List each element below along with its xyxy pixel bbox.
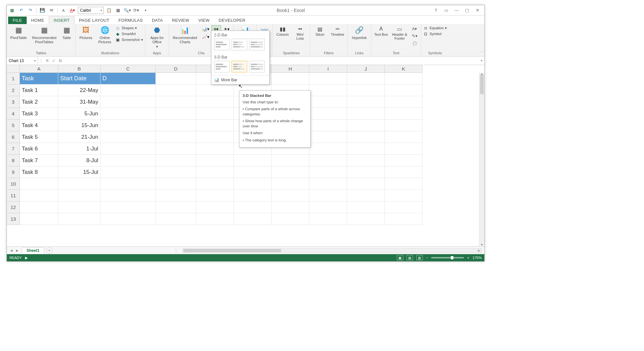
- recommended-charts-button[interactable]: 📊Recommended Charts: [171, 25, 199, 44]
- cell-K12[interactable]: [385, 202, 423, 213]
- cell-A13[interactable]: [20, 213, 58, 225]
- fx-icon[interactable]: fx: [57, 58, 64, 63]
- refresh-icon[interactable]: ⟳▾: [132, 6, 140, 14]
- row-header-4[interactable]: 4: [7, 108, 20, 120]
- cell-I12[interactable]: [309, 202, 347, 213]
- sheet-nav-prev-icon[interactable]: ◄: [9, 248, 13, 253]
- cell-F5[interactable]: [196, 120, 234, 131]
- row-headers[interactable]: 12345678910111213: [7, 73, 20, 246]
- cell-D5[interactable]: [156, 120, 196, 131]
- tab-file[interactable]: FILE: [8, 17, 27, 24]
- cell-A3[interactable]: Task 2: [20, 96, 58, 108]
- timeline-button[interactable]: ═Timeline: [330, 25, 345, 36]
- symbol-button[interactable]: ΩSymbol: [423, 31, 447, 36]
- cell-C12[interactable]: [101, 202, 156, 213]
- cell-D1[interactable]: [156, 73, 196, 84]
- cell-K1[interactable]: [385, 73, 423, 84]
- cell-D3[interactable]: [156, 96, 196, 108]
- cell-D6[interactable]: [156, 131, 196, 143]
- cell-D2[interactable]: [156, 84, 196, 96]
- wordart-icon[interactable]: A▾: [410, 25, 419, 32]
- name-box[interactable]: Chart 13: [7, 57, 38, 65]
- row-header-5[interactable]: 5: [7, 120, 20, 131]
- cell-F11[interactable]: [196, 190, 234, 202]
- col-header-B[interactable]: B: [58, 65, 101, 73]
- enter-formula-icon[interactable]: ✓: [50, 58, 57, 63]
- bar-3d-stacked[interactable]: [232, 61, 247, 72]
- cell-I6[interactable]: [309, 131, 347, 143]
- column-chart-icon[interactable]: 📊▾: [201, 25, 211, 32]
- row-header-7[interactable]: 7: [7, 143, 20, 155]
- cell-C5[interactable]: [101, 120, 156, 131]
- cell-I7[interactable]: [309, 143, 347, 155]
- save-icon[interactable]: 💾: [38, 6, 46, 14]
- cell-A9[interactable]: Task 8: [20, 166, 58, 178]
- cell-B11[interactable]: [58, 190, 101, 202]
- cell-A5[interactable]: Task 4: [20, 120, 58, 131]
- cell-J12[interactable]: [347, 202, 385, 213]
- close-icon[interactable]: ✕: [474, 7, 481, 14]
- row-header-1[interactable]: 1: [7, 73, 20, 84]
- cell-K4[interactable]: [385, 108, 423, 120]
- row-header-6[interactable]: 6: [7, 131, 20, 143]
- cell-F2[interactable]: [196, 84, 234, 96]
- row-header-10[interactable]: 10: [7, 178, 20, 190]
- cell-C6[interactable]: [101, 131, 156, 143]
- cell-K5[interactable]: [385, 120, 423, 131]
- cell-J5[interactable]: [347, 120, 385, 131]
- table-button[interactable]: ▦Table: [60, 25, 73, 40]
- cell-F9[interactable]: [196, 166, 234, 178]
- sparkline-winloss-button[interactable]: ▪▪Win/ Loss: [292, 25, 308, 40]
- cell-F12[interactable]: [196, 202, 234, 213]
- cell-D10[interactable]: [156, 178, 196, 190]
- cancel-formula-icon[interactable]: ✕: [44, 58, 50, 63]
- cell-F3[interactable]: [196, 96, 234, 108]
- cell-B6[interactable]: 21-Jun: [58, 131, 101, 143]
- cell-H12[interactable]: [272, 202, 309, 213]
- zoom-percent[interactable]: 175%: [473, 256, 482, 260]
- cell-K2[interactable]: [385, 84, 423, 96]
- tab-insert[interactable]: INSERT: [49, 16, 74, 24]
- cell-K11[interactable]: [385, 190, 423, 202]
- cell-J3[interactable]: [347, 96, 385, 108]
- cell-A12[interactable]: [20, 202, 58, 213]
- cell-A6[interactable]: Task 5: [20, 131, 58, 143]
- col-header-D[interactable]: D: [156, 65, 196, 73]
- cell-D7[interactable]: [156, 143, 196, 155]
- cell-J8[interactable]: [347, 155, 385, 166]
- cell-H10[interactable]: [272, 178, 309, 190]
- slicer-button[interactable]: ▤Slicer: [312, 25, 328, 36]
- cell-C2[interactable]: [101, 84, 156, 96]
- row-header-2[interactable]: 2: [7, 84, 20, 96]
- col-header-J[interactable]: J: [347, 65, 385, 73]
- tab-page-layout[interactable]: PAGE LAYOUT: [74, 17, 114, 24]
- minimize-icon[interactable]: —: [453, 7, 460, 14]
- cell-B4[interactable]: 5-Jun: [58, 108, 101, 120]
- tab-home[interactable]: HOME: [27, 17, 49, 24]
- cell-G9[interactable]: [234, 166, 272, 178]
- recommended-pivottables-button[interactable]: ▦Recommended PivotTables: [30, 25, 58, 44]
- cell-F7[interactable]: [196, 143, 234, 155]
- vertical-scrollbar[interactable]: ▲ ▼: [479, 73, 484, 246]
- shapes-button[interactable]: ◇Shapes ▾: [115, 25, 143, 31]
- col-header-A[interactable]: A: [20, 65, 58, 73]
- header-footer-button[interactable]: ▭Header & Footer: [391, 25, 409, 40]
- cell-D13[interactable]: [156, 213, 196, 225]
- vscroll-thumb[interactable]: [480, 75, 484, 94]
- view-page-break-icon[interactable]: ▥: [416, 255, 423, 260]
- cell-C13[interactable]: [101, 213, 156, 225]
- excel-icon[interactable]: ▦: [8, 6, 16, 14]
- cell-C8[interactable]: [101, 155, 156, 166]
- font-color-icon[interactable]: A▾: [69, 6, 76, 14]
- cell-C10[interactable]: [101, 178, 156, 190]
- maximize-icon[interactable]: ▢: [463, 7, 471, 14]
- cell-A10[interactable]: [20, 178, 58, 190]
- hyperlink-button[interactable]: 🔗Hyperlink: [350, 25, 369, 40]
- cell-C3[interactable]: [101, 96, 156, 108]
- textbox-button[interactable]: AText Box: [373, 25, 389, 36]
- cell-G11[interactable]: [234, 190, 272, 202]
- cell-I1[interactable]: [309, 73, 347, 84]
- tab-data[interactable]: DATA: [147, 17, 168, 24]
- cell-I9[interactable]: [309, 166, 347, 178]
- cell-H11[interactable]: [272, 190, 309, 202]
